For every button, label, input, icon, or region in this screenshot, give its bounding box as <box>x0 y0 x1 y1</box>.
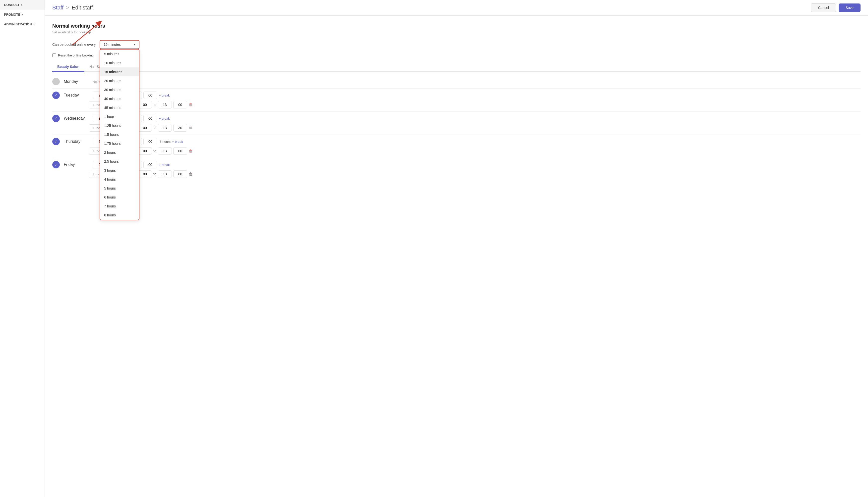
booking-interval-row: Can be booked online every 15 minutes ▾ … <box>52 40 860 49</box>
dropdown-menu: 5 minutes 10 minutes 15 minutes 20 minut… <box>100 49 139 220</box>
wednesday-break-start-min[interactable] <box>138 124 152 131</box>
promote-chevron-icon: ▾ <box>22 13 23 16</box>
friday-end-min[interactable] <box>143 161 157 168</box>
option-10min[interactable]: 10 minutes <box>100 58 139 67</box>
breadcrumb-staff[interactable]: Staff <box>52 4 64 11</box>
friday-break-end-hour[interactable] <box>158 170 172 178</box>
monday-label: Monday <box>64 79 88 84</box>
monday-toggle[interactable] <box>52 78 60 85</box>
option-20min[interactable]: 20 minutes <box>100 76 139 85</box>
option-30min[interactable]: 30 minutes <box>100 85 139 94</box>
administration-chevron-icon: ▾ <box>33 23 35 26</box>
option-175hr[interactable]: 1.75 hours <box>100 139 139 148</box>
option-1hr[interactable]: 1 hour <box>100 112 139 121</box>
option-45min[interactable]: 45 minutes <box>100 103 139 112</box>
tuesday-toggle[interactable]: ✓ <box>52 91 60 99</box>
thursday-break-start-min[interactable] <box>138 147 152 155</box>
thursday-hours-note: 5 hours <box>160 140 170 143</box>
friday-break-row: Lunch to 🗑 <box>88 170 860 178</box>
promote-label: PROMOTE <box>4 13 20 16</box>
friday-break-delete-icon[interactable]: 🗑 <box>189 172 193 176</box>
option-125hr[interactable]: 1.25 hours <box>100 121 139 130</box>
option-3hr[interactable]: 3 hours <box>100 166 139 175</box>
dropdown-selected-value: 15 minutes <box>104 43 121 46</box>
wednesday-toggle[interactable]: ✓ <box>52 115 60 122</box>
administration-label: ADMINISTRATION <box>4 23 32 26</box>
save-button[interactable]: Save <box>839 3 860 12</box>
breadcrumb-separator: > <box>66 4 69 11</box>
day-row-tuesday: ✓ Tuesday to + break Lunch to <box>52 91 860 109</box>
wednesday-label: Wednesday <box>64 116 88 120</box>
option-4hr[interactable]: 4 hours <box>100 175 139 184</box>
sidebar-item-consult[interactable]: CONSULT ▾ <box>0 0 44 10</box>
tuesday-break-start-min[interactable] <box>138 101 152 109</box>
tab-beauty-salon[interactable]: Beauty Salon <box>52 62 84 72</box>
tuesday-break-delete-icon[interactable]: 🗑 <box>189 102 193 107</box>
option-40min[interactable]: 40 minutes <box>100 94 139 103</box>
main-area: Staff > Edit staff Cancel Save Normal wo… <box>45 0 868 497</box>
tuesday-break-row: Lunch to 🗑 <box>88 101 860 109</box>
reset-label: Reset the online booking <box>58 54 94 57</box>
friday-add-break[interactable]: + break <box>159 163 170 167</box>
thursday-toggle[interactable]: ✓ <box>52 138 60 145</box>
option-25hr[interactable]: 2.5 hours <box>100 157 139 166</box>
option-5min[interactable]: 5 minutes <box>100 49 139 58</box>
svg-line-0 <box>72 23 100 45</box>
day-row-thursday: ✓ Thursday to 5 hours + break Lunch <box>52 138 860 155</box>
consult-chevron-icon: ▾ <box>21 3 22 6</box>
reset-checkbox[interactable] <box>52 54 56 57</box>
wednesday-end-min[interactable] <box>143 115 157 122</box>
thursday-break-to: to <box>153 149 156 153</box>
option-6hr[interactable]: 6 hours <box>100 193 139 202</box>
sidebar-item-promote[interactable]: PROMOTE ▾ <box>0 10 44 19</box>
wednesday-break-end-hour[interactable] <box>158 124 172 131</box>
option-15hr[interactable]: 1.5 hours <box>100 130 139 139</box>
header-actions: Cancel Save <box>811 3 860 12</box>
friday-break-start-min[interactable] <box>138 170 152 178</box>
day-row-monday: Monday Not working this day <box>52 78 860 85</box>
option-2hr[interactable]: 2 hours <box>100 148 139 157</box>
sidebar: CONSULT ▾ PROMOTE ▾ ADMINISTRATION ▾ <box>0 0 45 497</box>
day-row-friday: ✓ Friday to + break Lunch to <box>52 161 860 178</box>
wednesday-add-break[interactable]: + break <box>159 117 170 120</box>
booking-interval-dropdown[interactable]: 15 minutes ▾ <box>100 40 139 49</box>
app-container: CONSULT ▾ PROMOTE ▾ ADMINISTRATION ▾ Sta… <box>0 0 868 497</box>
tabs: Beauty Salon Hair Salon <box>52 62 860 72</box>
friday-label: Friday <box>64 162 88 167</box>
tuesday-end-min[interactable] <box>143 91 157 99</box>
option-7hr[interactable]: 7 hours <box>100 202 139 211</box>
wednesday-break-to: to <box>153 126 156 130</box>
reset-row: Reset the online booking <box>52 54 860 57</box>
tuesday-break-end-hour[interactable] <box>158 101 172 109</box>
thursday-break-delete-icon[interactable]: 🗑 <box>189 149 193 153</box>
tuesday-break-end-min[interactable] <box>173 101 187 109</box>
tuesday-label: Tuesday <box>64 93 88 98</box>
thursday-break-row: Lunch to 🗑 <box>88 147 860 155</box>
section-title: Normal working hours <box>52 23 860 29</box>
wednesday-break-end-min[interactable] <box>173 124 187 131</box>
sidebar-item-administration[interactable]: ADMINISTRATION ▾ <box>0 19 44 29</box>
consult-label: CONSULT <box>4 3 19 7</box>
tuesday-break-to: to <box>153 103 156 107</box>
wednesday-break-delete-icon[interactable]: 🗑 <box>189 126 193 130</box>
header: Staff > Edit staff Cancel Save <box>45 0 868 16</box>
booking-interval-dropdown-wrapper: 15 minutes ▾ 5 minutes 10 minutes 15 min… <box>100 40 139 49</box>
thursday-break-end-hour[interactable] <box>158 147 172 155</box>
content-area: Normal working hours Set availability fo… <box>45 16 868 497</box>
thursday-break-end-min[interactable] <box>173 147 187 155</box>
friday-break-end-min[interactable] <box>173 170 187 178</box>
option-5hr[interactable]: 5 hours <box>100 184 139 193</box>
breadcrumb: Staff > Edit staff <box>52 4 93 11</box>
section-subtitle: Set availability for bookings. <box>52 30 860 34</box>
friday-toggle[interactable]: ✓ <box>52 161 60 168</box>
thursday-label: Thursday <box>64 139 88 144</box>
thursday-end-min[interactable] <box>143 138 157 145</box>
dropdown-arrow-icon: ▾ <box>134 43 136 46</box>
option-15min[interactable]: 15 minutes <box>100 67 139 76</box>
thursday-add-break[interactable]: + break <box>172 140 183 143</box>
day-row-wednesday: ✓ Wednesday to + break Lunch to <box>52 115 860 131</box>
tuesday-add-break[interactable]: + break <box>159 94 170 97</box>
friday-break-to: to <box>153 172 156 176</box>
cancel-button[interactable]: Cancel <box>811 3 836 12</box>
option-8hr[interactable]: 8 hours <box>100 211 139 219</box>
